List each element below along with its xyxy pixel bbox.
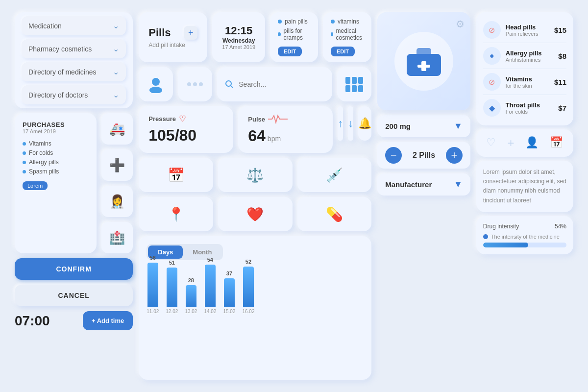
cancel-button[interactable]: CANCEL: [15, 285, 133, 306]
svg-line-3: [231, 86, 233, 88]
pill-tag: medical cosmetics: [331, 27, 364, 41]
med-item-throat-pills: ◆ Throat pills For colds $7: [483, 95, 566, 121]
bar-value-label: 37: [226, 270, 232, 276]
gear-icon[interactable]: ⚙: [456, 18, 465, 30]
bar-element: [147, 263, 158, 307]
allergy-pills-name: Allergy pills: [506, 49, 553, 57]
directory-doctors-dropdown[interactable]: Directory of doctors ⌄: [22, 85, 126, 104]
purchases-date: 17 Amet 2019: [23, 128, 89, 134]
pills-count-row: − 2 Pills +: [377, 142, 470, 169]
nurse-icon-card[interactable]: 👩‍⚕️: [101, 186, 133, 217]
svg-point-0: [152, 78, 160, 86]
dosage-value: 200 mg: [385, 122, 411, 130]
pharmacy-cosmetics-dropdown[interactable]: Pharmacy cosmetics ⌄: [22, 39, 126, 58]
purchases-section: PURCHASES 17 Amet 2019 Vitamins For cold…: [15, 113, 133, 253]
clock-day: Wednesday: [222, 37, 255, 44]
bar-element: [167, 268, 177, 307]
location-icon-card[interactable]: 📍: [139, 197, 213, 231]
pills-card: Pills + Add pill intake: [139, 12, 207, 62]
directory-medicines-dropdown[interactable]: Directory of medicines ⌄: [22, 62, 126, 81]
syringe-icon-card[interactable]: 💉: [297, 158, 372, 192]
search-input[interactable]: [239, 80, 324, 88]
bar-date-label: 15.02: [223, 309, 235, 314]
bar-group: 5414.02: [204, 257, 216, 314]
bar-value-label: 51: [169, 260, 175, 266]
pills-count-text: 2 Pills: [413, 151, 435, 160]
increase-pills-button[interactable]: +: [446, 147, 463, 164]
pill-bullet: [278, 32, 280, 36]
vitamins-name: Vitamins: [506, 75, 549, 83]
search-row: [139, 67, 371, 101]
person-action-icon[interactable]: 👤: [525, 136, 539, 150]
hospital-icon-card[interactable]: 🏥: [101, 222, 133, 253]
head-pills-type: Pain relievers: [506, 31, 549, 37]
bullet-dot: [23, 170, 26, 173]
vitamins-type: for the skin: [506, 83, 549, 89]
pressure-value: 105/80: [148, 126, 223, 145]
medkit-icon-card[interactable]: ➕: [101, 149, 133, 181]
purchase-item: Allergy pills: [23, 159, 89, 166]
medkit-circle: [394, 32, 453, 91]
calendar-icon-card[interactable]: 📅: [139, 158, 213, 192]
decrease-pills-button[interactable]: −: [385, 147, 402, 164]
chevron-icon: ⌄: [113, 21, 119, 30]
dots-card[interactable]: [178, 67, 212, 101]
pill-tag: vitamins: [331, 18, 364, 25]
medkit-card: ⚙: [377, 12, 470, 110]
bar-value-label: 52: [245, 259, 251, 265]
pill-bullet: [331, 32, 333, 36]
drug-intensity-card: Drug intensity 54% The intensity of the …: [476, 216, 573, 254]
medication-dropdown[interactable]: Medication ⌄: [22, 16, 126, 35]
dosage-chevron-icon: ▼: [454, 121, 463, 131]
head-pills-price: $15: [554, 26, 566, 34]
plus-action-icon[interactable]: +: [507, 136, 514, 150]
dot-1: [187, 82, 191, 86]
intensity-dot: [483, 234, 488, 239]
heart-full-icon-card[interactable]: ❤️: [218, 197, 293, 231]
edit-button-2[interactable]: EDIT: [331, 47, 355, 56]
confirm-button[interactable]: CONFIRM: [15, 258, 133, 280]
heart-action-icon[interactable]: ♡: [486, 136, 496, 150]
bar-value-label: 56: [150, 255, 156, 261]
bar-value-label: 28: [188, 277, 194, 283]
add-pill-button[interactable]: +: [184, 26, 197, 40]
clock-time: 12:15: [225, 24, 252, 37]
add-time-button[interactable]: + Add time: [83, 311, 133, 330]
chart-tabs: Days Month: [147, 244, 364, 260]
chevron-icon: ⌄: [113, 90, 119, 99]
med-item-vitamins: ⊘ Vitamins for the skin $11: [483, 69, 566, 95]
manufacturer-chevron-icon: ▼: [454, 179, 463, 190]
manufacturer-value: Manufacturer: [385, 180, 432, 189]
bar-group: 2813.02: [185, 277, 197, 314]
bar-element: [186, 285, 196, 307]
dosage-dropdown[interactable]: 200 mg ▼: [377, 115, 470, 137]
head-pills-icon: ⊘: [483, 21, 501, 39]
bar-element: [205, 265, 216, 307]
grid-icon: [345, 77, 363, 92]
manufacturer-dropdown[interactable]: Manufacturer ▼: [377, 173, 470, 196]
bar-group: 5611.02: [147, 255, 159, 314]
lorem-badge: Lorem: [23, 181, 48, 190]
chevron-icon: ⌄: [113, 67, 119, 76]
svg-point-2: [226, 81, 231, 86]
pills-subtitle: Add pill intake: [148, 42, 197, 49]
bell-card[interactable]: 🔔: [358, 106, 371, 141]
lorem-text: Lorem ipsum dolor sit amet, consectetuer…: [483, 169, 566, 204]
down-arrow-card[interactable]: ↓: [348, 106, 353, 141]
chart-card: Days Month 5611.025112.022813.025414.023…: [139, 236, 371, 380]
head-pills-name: Head pills: [506, 24, 549, 31]
svg-rect-7: [417, 65, 430, 68]
avatar-card: [139, 67, 173, 101]
bullet-dot: [23, 142, 26, 146]
calendar-action-icon[interactable]: 📅: [550, 136, 563, 150]
capsule-icon-card[interactable]: 💊: [297, 197, 372, 231]
ambulance-icon-card[interactable]: 🚑: [101, 113, 133, 145]
scale-icon-card[interactable]: ⚖️: [218, 158, 293, 192]
action-icons-card: ♡ + 👤 📅: [476, 129, 573, 157]
bar-date-label: 16.02: [242, 309, 254, 314]
grid-view-card[interactable]: [337, 67, 371, 101]
edit-button-1[interactable]: EDIT: [278, 47, 302, 56]
progress-bar-fill: [483, 243, 528, 247]
pressure-card: Pressure ♡ 105/80: [139, 106, 233, 153]
up-arrow-card[interactable]: ↑: [338, 106, 343, 141]
